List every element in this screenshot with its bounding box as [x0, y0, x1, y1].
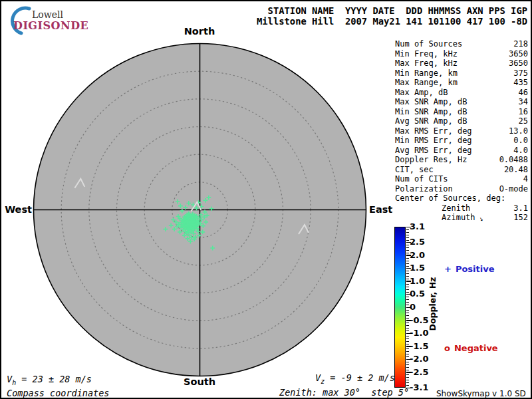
stat-label: Max Amp, dB — [395, 88, 448, 98]
circle-marker-icon: o — [444, 343, 450, 353]
label-east: East — [369, 204, 402, 215]
stat-row: Doppler Res, Hz0.0488 — [395, 155, 528, 165]
legend-negative: oNegative — [444, 343, 498, 353]
colorbar-gradient — [394, 227, 406, 388]
stat-value: 20.48 — [504, 165, 528, 175]
stat-value: O-mode — [499, 184, 528, 194]
skymap-window: Lowell DIGISONDE STATION NAME YYYY DATE … — [0, 0, 532, 399]
colorbar-tick-label: 1.0 — [410, 276, 425, 286]
horizontal-velocity-readout: Vh = 23 ± 28 m/s — [7, 374, 92, 386]
stat-label: Center of Sources, deg: — [395, 194, 505, 203]
colorbar-tick-label: -1.5 — [410, 341, 428, 351]
stat-label: Num of Sources — [395, 39, 462, 49]
stat-value: 152 — [513, 213, 528, 223]
stat-label: Min RMS Err, deg — [395, 136, 472, 146]
colorbar-tick-label: 0.5 — [410, 289, 425, 299]
stat-label: Zenith — [395, 203, 470, 213]
stat-label: Max Freq, kHz — [395, 59, 458, 68]
stat-row: Avg RMS Err, deg4.0 — [395, 146, 528, 156]
stats-panel: Num of Sources218Min Freq, kHz3650Max Fr… — [395, 39, 528, 223]
vh-symbol: V — [7, 374, 12, 384]
logo-lowell: Lowell — [32, 9, 63, 20]
coordinates-note: Compass coordinates — [7, 388, 109, 398]
logo: Lowell DIGISONDE — [7, 4, 86, 36]
stat-label: Polarization — [395, 184, 453, 194]
stat-row: Max SNR Amp, dB34 — [395, 97, 528, 107]
vz-value: = -9 ± 2 m/s — [325, 372, 395, 383]
stat-value: 46 — [519, 88, 528, 98]
legend-positive: +Positive — [444, 264, 495, 274]
stat-label: Avg RMS Err, deg — [395, 146, 472, 156]
stat-value: 375 — [513, 68, 528, 78]
stat-row: Avg SNR Amp, dB25 — [395, 116, 528, 126]
vertical-velocity-readout: Vz = -9 ± 2 m/s — [315, 372, 395, 385]
colorbar-tick-label: -2.0 — [410, 354, 428, 364]
stat-label: CIT, sec — [395, 165, 434, 175]
stat-value: 4 — [523, 174, 528, 184]
stat-value: 16 — [519, 107, 528, 117]
stat-label: Max SNR Amp, dB — [395, 97, 467, 107]
label-west: West — [4, 204, 32, 215]
stat-label: Max Range, km — [395, 78, 458, 88]
stat-row: Center of Sources, deg: — [395, 194, 528, 203]
stat-value: 3650 — [509, 59, 528, 68]
logo-digisonde: DIGISONDE — [13, 19, 88, 32]
colorbar-tick-label: 3.1 — [410, 221, 425, 231]
colorbar-tick-label: 0 — [410, 302, 416, 312]
colorbar-tick-label: 2.0 — [410, 250, 425, 260]
stat-row: Max Freq, kHz3650 — [395, 59, 528, 68]
colorbar-tick-label: 1.5 — [410, 263, 425, 273]
stat-value: 25 — [519, 116, 528, 126]
stat-row: Max Range, km435 — [395, 78, 528, 88]
stat-value: 3650 — [509, 49, 528, 59]
stat-row: Max RMS Err, deg13.0 — [395, 126, 528, 136]
label-north: North — [180, 26, 219, 37]
colorbar-title: Doppler, Hz — [428, 277, 438, 331]
vz-symbol: V — [315, 372, 321, 383]
stat-row: Min Range, km375 — [395, 68, 528, 78]
label-south: South — [180, 376, 219, 387]
stat-label: Min Freq, kHz — [395, 49, 458, 59]
legend-negative-label: Negative — [454, 343, 498, 353]
stat-value: 13.0 — [509, 126, 528, 136]
stat-label: Min SNR Amp, dB — [395, 107, 467, 117]
zenith-range-note: Zenith: max 30° step 5° — [279, 387, 409, 398]
stat-value: 3.1 — [513, 203, 528, 213]
stat-row: PolarizationO-mode — [395, 184, 528, 194]
stat-row: CIT, sec20.48 — [395, 165, 528, 175]
stat-label: Doppler Res, Hz — [395, 155, 467, 165]
stat-label: Azimuth ↘ — [395, 213, 483, 223]
version-text: ShowSkymap v 1.0 SD v 4.2 — [436, 389, 531, 399]
colorbar-tick-label: 2.5 — [410, 237, 425, 247]
stat-row: Zenith3.1 — [395, 203, 528, 213]
stat-label: Avg SNR Amp, dB — [395, 116, 467, 126]
stat-label: Max RMS Err, deg — [395, 126, 472, 136]
stat-row: Min RMS Err, deg0.0 — [395, 136, 528, 146]
colorbar-tick-label: -0.5 — [410, 315, 428, 325]
colorbar-tick-label: -2.5 — [410, 367, 428, 377]
colorbar-tick-label: -3.1 — [410, 382, 428, 392]
stat-row: Min Freq, kHz3650 — [395, 49, 528, 59]
stat-value: 34 — [519, 97, 528, 107]
stat-value: 435 — [513, 78, 528, 88]
stat-row: Min SNR Amp, dB16 — [395, 107, 528, 117]
stat-value: 4.0 — [513, 146, 528, 156]
vh-value: = 23 ± 28 m/s — [16, 374, 92, 384]
stat-value: 218 — [513, 39, 528, 49]
stat-row: Num of CITs4 — [395, 174, 528, 184]
header-line1: STATION NAME YYYY DATE DDD HHMMSS AXN PP… — [257, 5, 527, 16]
legend-positive-label: Positive — [456, 264, 495, 274]
plus-marker-icon: + — [444, 264, 452, 274]
stat-label: Min Range, km — [395, 68, 458, 78]
header-line2: Millstone Hill 2007 May21 141 101100 417… — [257, 16, 527, 27]
stat-row: Max Amp, dB46 — [395, 88, 528, 98]
stat-value: 0.0488 — [499, 155, 528, 165]
azimuth-arrow-icon: ↘ — [475, 214, 484, 223]
colorbar-tick-label: -1.0 — [410, 328, 428, 338]
stat-label: Num of CITs — [395, 174, 448, 184]
stat-value: 0.0 — [513, 136, 528, 146]
header-block: STATION NAME YYYY DATE DDD HHMMSS AXN PP… — [257, 5, 527, 27]
stat-row: Num of Sources218 — [395, 39, 528, 49]
